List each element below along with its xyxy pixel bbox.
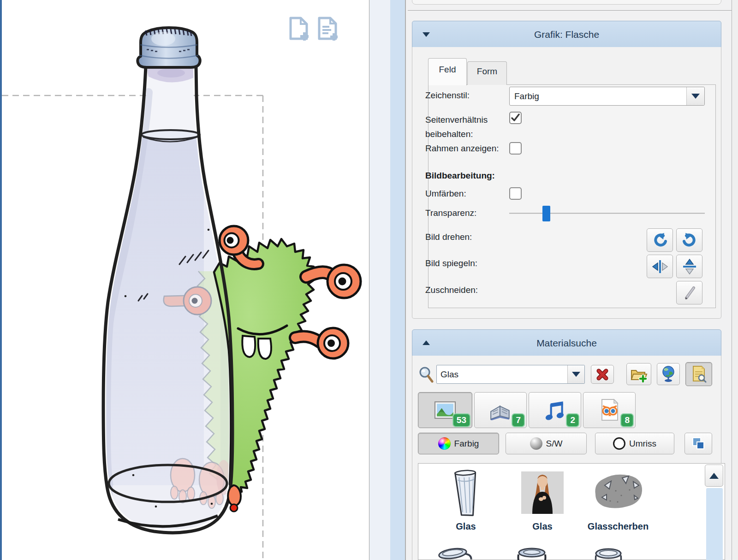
music-icon [544, 399, 566, 422]
rotate-left-button[interactable] [647, 228, 673, 252]
result-item-glass[interactable]: Glas [431, 468, 500, 532]
category-count-badge: 53 [452, 413, 470, 427]
category-texts-button[interactable]: 7 [474, 392, 527, 428]
chevron-down-icon [572, 372, 580, 377]
water-surface-line [142, 130, 200, 139]
web-search-button[interactable] [657, 363, 680, 385]
web-search-icon [661, 365, 676, 383]
tab-feld-label: Feld [439, 65, 456, 74]
result-label: Glas [508, 521, 577, 532]
outline-circle-icon [613, 437, 625, 450]
clear-search-icon [595, 368, 609, 381]
zeichenstil-dropdown[interactable]: Farbig [509, 87, 705, 106]
canvas-scrollbar[interactable] [390, 0, 405, 560]
bottle-cap [137, 28, 200, 67]
material-panel-header[interactable]: Materialsuche [412, 329, 721, 357]
bild-spiegeln-label: Bild spiegeln: [425, 258, 477, 268]
zeichenstil-label: Zeichenstil: [425, 90, 470, 101]
search-history-arrow-button[interactable] [567, 365, 584, 383]
grafik-panel-header[interactable]: Grafik: Flasche [412, 21, 721, 48]
monster-tooth [258, 339, 271, 359]
seitenverhaeltnis-checkbox[interactable] [509, 112, 522, 124]
panel-section-divider [408, 10, 732, 11]
transparenz-label: Transparenz: [425, 208, 476, 218]
document-search-icon [690, 365, 708, 383]
bild-drehen-label: Bild drehen: [425, 232, 472, 242]
rahmen-label: Rahmen anzeigen: [425, 143, 499, 154]
results-scroll-up-button[interactable] [705, 465, 723, 487]
search-icon [418, 366, 434, 384]
chevron-up-icon[interactable] [423, 340, 430, 345]
umfaerben-checkbox[interactable] [509, 187, 522, 200]
category-count-badge: 2 [566, 413, 579, 427]
chevron-down-icon[interactable] [423, 32, 430, 37]
flip-horizontal-button[interactable] [647, 255, 673, 278]
clear-search-button[interactable] [591, 365, 614, 384]
tab-form[interactable]: Form [467, 61, 507, 85]
bildbearbeitung-heading: Bildbearbeitung: [425, 171, 495, 181]
document-canvas[interactable] [2, 0, 369, 560]
flip-vertical-button[interactable] [676, 255, 702, 278]
add-folder-icon [630, 366, 648, 382]
search-input[interactable] [437, 365, 567, 383]
filter-umriss-button[interactable]: Umriss [595, 433, 674, 454]
window-left-edge [0, 0, 2, 560]
zeichenstil-value: Farbig [510, 91, 686, 101]
result-item-glasscherben[interactable]: Glasscherben [583, 468, 653, 532]
color-sphere-icon [438, 437, 451, 450]
owl-document-icon [598, 398, 620, 422]
category-audio-button[interactable]: 2 [529, 392, 581, 428]
result-item-partial[interactable] [589, 546, 628, 560]
new-page-icon[interactable] [287, 16, 311, 42]
grafik-panel-title: Grafik: Flasche [534, 29, 599, 40]
result-thumbnail-shards-drawing [589, 468, 647, 519]
bottle-monster-artwork[interactable] [2, 0, 371, 560]
new-page-from-template-icon[interactable] [315, 16, 340, 42]
category-count-badge: 7 [512, 413, 525, 427]
transparenz-slider-track[interactable] [509, 213, 705, 214]
monster-foot [228, 485, 241, 506]
layers-icon [691, 436, 706, 451]
result-item-partial[interactable] [434, 546, 474, 560]
collapsed-panel-above [412, 0, 721, 5]
book-icon [489, 400, 512, 420]
result-label: Glas [431, 521, 500, 532]
monster-figure [214, 239, 361, 492]
zuschneiden-label: Zuschneiden: [425, 285, 478, 295]
chevron-down-icon [691, 94, 700, 99]
tab-feld[interactable]: Feld [428, 58, 467, 85]
monster-tooth [242, 336, 255, 357]
results-scrollbar-thumb[interactable] [706, 488, 723, 560]
result-thumbnail-person-photo [521, 468, 564, 519]
document-search-button[interactable] [685, 362, 712, 386]
transparenz-slider-handle[interactable] [542, 206, 550, 221]
umfaerben-label: Umfärben: [425, 189, 466, 199]
result-item-partial[interactable] [512, 546, 552, 560]
rotate-right-icon [682, 232, 697, 248]
worksheet-app-window: Grafik: Flasche Feld Form Zeichenstil: F… [0, 0, 738, 560]
category-worksheets-button[interactable]: 8 [583, 392, 636, 428]
material-panel-title: Materialsuche [536, 338, 597, 349]
zuschneiden-button[interactable] [676, 281, 702, 304]
filter-farbig-label: Farbig [454, 439, 479, 449]
arrange-layers-button[interactable] [684, 433, 712, 454]
flip-vertical-icon [681, 258, 698, 275]
chevron-up-icon [709, 473, 719, 479]
material-search-field[interactable] [436, 365, 585, 384]
seitenverhaeltnis-label: Seitenverhältnis beibehalten: [425, 113, 507, 141]
rahmen-checkbox[interactable] [509, 142, 522, 155]
category-images-button[interactable]: 53 [418, 392, 472, 428]
rotate-left-icon [652, 232, 668, 248]
panel-divider [405, 0, 406, 560]
add-folder-button[interactable] [626, 363, 651, 385]
result-item-glass-photo[interactable]: Glas [508, 468, 577, 532]
filter-farbig-button[interactable]: Farbig [418, 433, 499, 454]
tab-form-label: Form [477, 66, 497, 76]
dropdown-arrow-button[interactable] [686, 87, 704, 105]
result-label: Glasscherben [583, 521, 653, 532]
filter-sw-label: S/W [546, 439, 563, 449]
filter-sw-button[interactable]: S/W [506, 433, 587, 454]
canvas-margin-strip [369, 0, 390, 560]
rotate-right-button[interactable] [676, 228, 702, 252]
flip-horizontal-icon [652, 258, 668, 275]
